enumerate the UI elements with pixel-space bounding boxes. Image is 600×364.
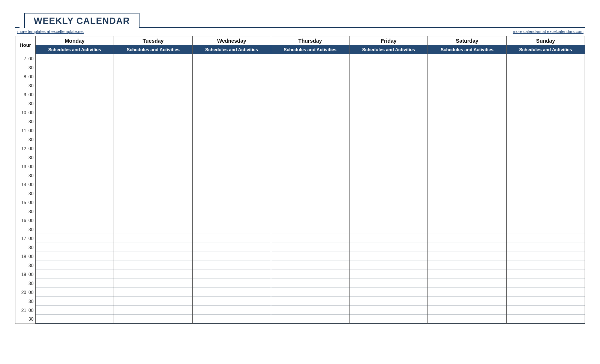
schedule-slot[interactable]: [36, 297, 114, 306]
schedule-slot[interactable]: [350, 108, 428, 117]
schedule-slot[interactable]: [506, 81, 585, 90]
schedule-slot[interactable]: [271, 297, 349, 306]
schedule-slot[interactable]: [192, 261, 271, 270]
schedule-slot[interactable]: [506, 90, 585, 99]
schedule-slot[interactable]: [428, 126, 506, 135]
schedule-slot[interactable]: [350, 153, 428, 162]
schedule-slot[interactable]: [350, 261, 428, 270]
schedule-slot[interactable]: [36, 279, 114, 288]
schedule-slot[interactable]: [114, 126, 192, 135]
schedule-slot[interactable]: [192, 162, 271, 171]
schedule-slot[interactable]: [114, 81, 192, 90]
schedule-slot[interactable]: [271, 162, 349, 171]
schedule-slot[interactable]: [36, 234, 114, 243]
schedule-slot[interactable]: [350, 207, 428, 216]
schedule-slot[interactable]: [350, 306, 428, 315]
schedule-slot[interactable]: [271, 117, 349, 126]
schedule-slot[interactable]: [428, 99, 506, 108]
link-more-templates[interactable]: more templates at exceltemplate.net: [17, 29, 84, 34]
schedule-slot[interactable]: [350, 135, 428, 144]
schedule-slot[interactable]: [36, 108, 114, 117]
schedule-slot[interactable]: [114, 108, 192, 117]
schedule-slot[interactable]: [350, 225, 428, 234]
schedule-slot[interactable]: [114, 243, 192, 252]
schedule-slot[interactable]: [271, 171, 349, 180]
schedule-slot[interactable]: [350, 297, 428, 306]
schedule-slot[interactable]: [428, 225, 506, 234]
schedule-slot[interactable]: [271, 270, 349, 279]
schedule-slot[interactable]: [192, 225, 271, 234]
schedule-slot[interactable]: [506, 234, 585, 243]
schedule-slot[interactable]: [192, 207, 271, 216]
schedule-slot[interactable]: [506, 99, 585, 108]
schedule-slot[interactable]: [36, 72, 114, 81]
schedule-slot[interactable]: [271, 252, 349, 261]
schedule-slot[interactable]: [271, 81, 349, 90]
schedule-slot[interactable]: [506, 306, 585, 315]
schedule-slot[interactable]: [271, 261, 349, 270]
schedule-slot[interactable]: [350, 63, 428, 72]
schedule-slot[interactable]: [192, 243, 271, 252]
schedule-slot[interactable]: [36, 117, 114, 126]
schedule-slot[interactable]: [192, 153, 271, 162]
schedule-slot[interactable]: [192, 306, 271, 315]
schedule-slot[interactable]: [36, 243, 114, 252]
schedule-slot[interactable]: [506, 117, 585, 126]
schedule-slot[interactable]: [350, 279, 428, 288]
schedule-slot[interactable]: [506, 297, 585, 306]
schedule-slot[interactable]: [271, 306, 349, 315]
schedule-slot[interactable]: [192, 189, 271, 198]
schedule-slot[interactable]: [271, 180, 349, 189]
schedule-slot[interactable]: [350, 315, 428, 324]
schedule-slot[interactable]: [114, 234, 192, 243]
schedule-slot[interactable]: [36, 225, 114, 234]
schedule-slot[interactable]: [36, 99, 114, 108]
schedule-slot[interactable]: [428, 153, 506, 162]
schedule-slot[interactable]: [428, 234, 506, 243]
schedule-slot[interactable]: [36, 198, 114, 207]
schedule-slot[interactable]: [428, 162, 506, 171]
schedule-slot[interactable]: [271, 234, 349, 243]
schedule-slot[interactable]: [350, 144, 428, 153]
schedule-slot[interactable]: [506, 63, 585, 72]
schedule-slot[interactable]: [350, 252, 428, 261]
schedule-slot[interactable]: [114, 315, 192, 324]
schedule-slot[interactable]: [114, 144, 192, 153]
schedule-slot[interactable]: [192, 234, 271, 243]
schedule-slot[interactable]: [192, 90, 271, 99]
schedule-slot[interactable]: [428, 252, 506, 261]
schedule-slot[interactable]: [114, 153, 192, 162]
schedule-slot[interactable]: [350, 288, 428, 297]
schedule-slot[interactable]: [428, 198, 506, 207]
schedule-slot[interactable]: [114, 297, 192, 306]
schedule-slot[interactable]: [36, 306, 114, 315]
schedule-slot[interactable]: [350, 54, 428, 63]
schedule-slot[interactable]: [271, 288, 349, 297]
schedule-slot[interactable]: [428, 270, 506, 279]
schedule-slot[interactable]: [114, 306, 192, 315]
schedule-slot[interactable]: [114, 189, 192, 198]
schedule-slot[interactable]: [428, 216, 506, 225]
schedule-slot[interactable]: [192, 117, 271, 126]
schedule-slot[interactable]: [350, 90, 428, 99]
schedule-slot[interactable]: [428, 54, 506, 63]
schedule-slot[interactable]: [271, 153, 349, 162]
schedule-slot[interactable]: [428, 81, 506, 90]
schedule-slot[interactable]: [192, 180, 271, 189]
schedule-slot[interactable]: [271, 99, 349, 108]
schedule-slot[interactable]: [114, 171, 192, 180]
schedule-slot[interactable]: [506, 189, 585, 198]
schedule-slot[interactable]: [506, 144, 585, 153]
schedule-slot[interactable]: [36, 315, 114, 324]
schedule-slot[interactable]: [271, 126, 349, 135]
schedule-slot[interactable]: [506, 135, 585, 144]
schedule-slot[interactable]: [192, 216, 271, 225]
schedule-slot[interactable]: [350, 81, 428, 90]
schedule-slot[interactable]: [350, 117, 428, 126]
schedule-slot[interactable]: [506, 108, 585, 117]
schedule-slot[interactable]: [271, 216, 349, 225]
schedule-slot[interactable]: [192, 108, 271, 117]
schedule-slot[interactable]: [506, 126, 585, 135]
schedule-slot[interactable]: [271, 72, 349, 81]
schedule-slot[interactable]: [114, 180, 192, 189]
